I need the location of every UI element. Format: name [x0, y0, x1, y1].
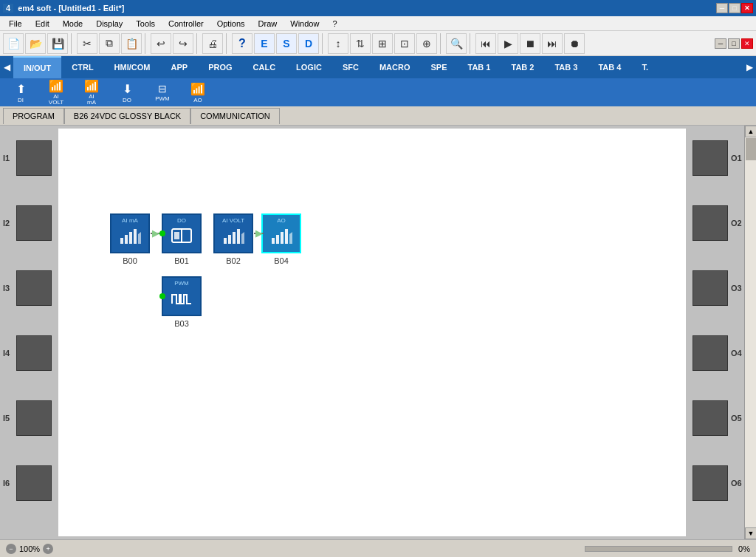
pwm-icon: ⊟ [158, 83, 167, 95]
menu-item-options[interactable]: Options [211, 18, 251, 30]
open-btn[interactable]: 📂 [25, 33, 46, 54]
sub-ao-btn[interactable]: 📶 AO [182, 81, 214, 104]
title-maximize-btn[interactable]: □ [729, 3, 740, 13]
io-block-i2[interactable] [16, 205, 52, 241]
paste-btn[interactable]: 📋 [121, 33, 142, 54]
io-block-o3[interactable] [693, 270, 728, 306]
io-block-i6[interactable] [16, 465, 52, 501]
tab-t.[interactable]: T. [631, 56, 659, 78]
canvas-block-b01[interactable]: DO [162, 213, 202, 253]
canvas-block-b03[interactable]: PWM [162, 276, 202, 316]
io-block-i1[interactable] [16, 140, 52, 176]
tab-spe[interactable]: SPE [421, 56, 458, 78]
canvas-block-b02[interactable]: AI VOLT ▶ [213, 213, 253, 253]
grid-tool[interactable]: ⊞ [372, 33, 393, 54]
io-label-o2: O2 [731, 219, 741, 228]
rec-btn[interactable]: ⏺ [564, 33, 585, 54]
box-tool[interactable]: ⊡ [394, 33, 415, 54]
canvas-area[interactable]: AI mA ▶B00 DO B01 AI VOLT ▶B02 AO B0 [58, 129, 686, 536]
tab-tab-3[interactable]: TAB 3 [544, 56, 588, 78]
ai-volt-icon: 📶 [49, 79, 63, 93]
scroll-up-btn[interactable]: ▲ [745, 126, 756, 137]
stop-btn[interactable]: ⏹ [520, 33, 540, 54]
scroll-thumb[interactable] [746, 138, 756, 160]
io-block-i3[interactable] [16, 270, 52, 306]
sub-di-btn[interactable]: ⬆ DI [4, 81, 37, 104]
tab-in/out[interactable]: IN/OUT [13, 56, 61, 78]
menu-item-display[interactable]: Display [90, 18, 128, 30]
tab-tab-1[interactable]: TAB 1 [458, 56, 501, 78]
cut-btn[interactable]: ✂ [77, 33, 97, 54]
inner-max-btn[interactable]: □ [728, 38, 740, 49]
prev-btn[interactable]: ⏮ [475, 33, 496, 54]
io-block-o6[interactable] [693, 465, 728, 501]
io-block-o4[interactable] [693, 335, 728, 371]
tab-hmi/com[interactable]: HMI/COM [104, 56, 161, 78]
help-btn[interactable]: ? [232, 33, 252, 54]
io-block-o2[interactable] [693, 205, 728, 241]
main-area: I1 I2 I3 I4 I5 I6 AI mA ▶B00 DO [0, 126, 756, 539]
zoom-plus-btn[interactable]: + [43, 544, 53, 554]
inner-close-btn[interactable]: ✕ [741, 38, 753, 49]
new-btn[interactable]: 📄 [3, 33, 24, 54]
menu-item-tools[interactable]: Tools [130, 18, 161, 30]
sub-pwm-btn[interactable]: ⊟ PWM [146, 81, 179, 104]
scrollbar[interactable]: ▲ ▼ [744, 126, 756, 539]
menu-item-edit[interactable]: Edit [30, 18, 55, 30]
menu-item-draw[interactable]: Draw [252, 18, 284, 30]
next-btn[interactable]: ⏭ [542, 33, 563, 54]
tab-app[interactable]: APP [161, 56, 199, 78]
arrow-tool2[interactable]: ⇅ [350, 33, 371, 54]
sub-do-btn[interactable]: ⬇ DO [111, 81, 143, 104]
menu-item-?[interactable]: ? [326, 18, 343, 30]
save-btn[interactable]: 💾 [47, 33, 68, 54]
tab-ctrl[interactable]: CTRL [61, 56, 103, 78]
tab-prev-arrow[interactable]: ◀ [0, 56, 13, 78]
io-block-o1[interactable] [693, 140, 728, 176]
arrow-tool1[interactable]: ↕ [328, 33, 348, 54]
title-close-btn[interactable]: ✕ [741, 3, 753, 13]
menu-item-window[interactable]: Window [284, 18, 325, 30]
breadcrumb-program[interactable]: PROGRAM [3, 108, 64, 124]
s-btn[interactable]: S [276, 33, 297, 54]
play-btn[interactable]: ▶ [498, 33, 518, 54]
menu-item-controller[interactable]: Controller [162, 18, 210, 30]
tab-tab-4[interactable]: TAB 4 [588, 56, 631, 78]
sub-ai-ma-btn[interactable]: 📶 AImA [75, 81, 108, 104]
canvas-block-b00[interactable]: AI mA ▶ [110, 213, 150, 253]
io-row-left-i2: I2 [0, 191, 55, 256]
block-arrow-right-b02: ▶ [255, 228, 262, 239]
io-block-i5[interactable] [16, 400, 52, 436]
canvas-block-b04[interactable]: AO [261, 213, 301, 253]
lens-tool[interactable]: ⊕ [416, 33, 437, 54]
di-label: DI [18, 97, 24, 103]
zoom-minus-btn[interactable]: − [6, 544, 16, 554]
menu-item-file[interactable]: File [3, 18, 28, 30]
undo-btn[interactable]: ↩ [151, 33, 171, 54]
io-block-i4[interactable] [16, 335, 52, 371]
tab-prog[interactable]: PROG [198, 56, 242, 78]
breadcrumb-communication[interactable]: COMMUNICATION [190, 108, 280, 124]
tab-next-arrow[interactable]: ▶ [743, 56, 756, 78]
find-btn[interactable]: 🔍 [446, 33, 467, 54]
block-dot-left-b01 [159, 230, 165, 236]
breadcrumb-b26[interactable]: B26 24VDC GLOSSY BLACK [64, 108, 190, 124]
tab-sfc[interactable]: SFC [332, 56, 369, 78]
d-btn[interactable]: D [298, 33, 319, 54]
block-wrapper-b01: DO B01 [162, 213, 202, 265]
inner-min-btn[interactable]: ─ [715, 38, 726, 49]
tab-tab-2[interactable]: TAB 2 [501, 56, 544, 78]
tab-macro[interactable]: MACRO [369, 56, 421, 78]
io-block-o5[interactable] [693, 400, 728, 436]
redo-btn[interactable]: ↪ [173, 33, 193, 54]
copy-btn[interactable]: ⧉ [99, 33, 120, 54]
title-minimize-btn[interactable]: ─ [716, 3, 728, 13]
tab-logic[interactable]: LOGIC [286, 56, 332, 78]
print-btn[interactable]: 🖨 [202, 33, 223, 54]
svg-marker-12 [241, 232, 244, 244]
e-btn[interactable]: E [254, 33, 275, 54]
scroll-down-btn[interactable]: ▼ [745, 527, 756, 539]
tab-calc[interactable]: CALC [243, 56, 286, 78]
sub-ai-volt-btn[interactable]: 📶 AIVOLT [40, 81, 72, 104]
menu-item-mode[interactable]: Mode [57, 18, 89, 30]
